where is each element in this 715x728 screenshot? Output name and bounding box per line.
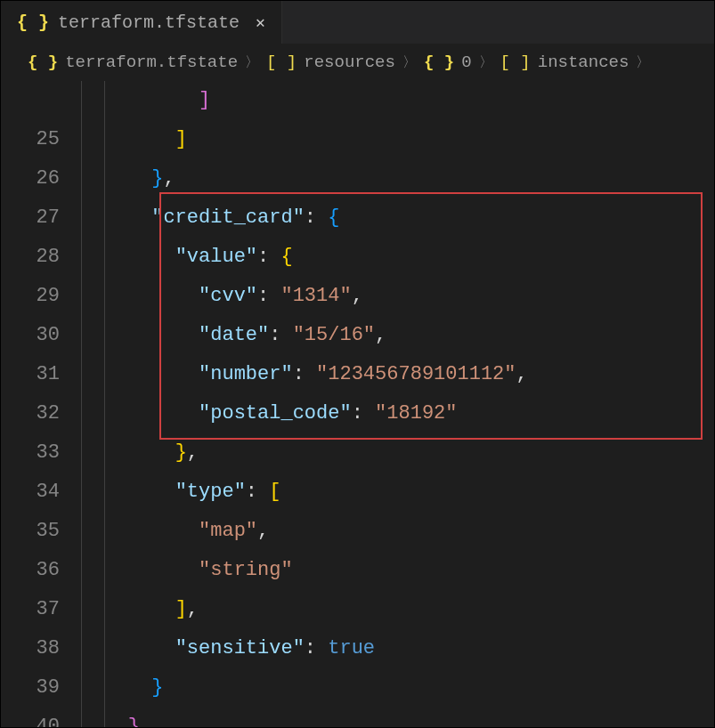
- line-number: [1, 81, 60, 120]
- tab-label: terraform.tfstate: [58, 12, 240, 33]
- code-line: ]: [81, 120, 714, 159]
- line-number: 36: [1, 551, 60, 590]
- chevron-right-icon: 〉: [245, 53, 259, 72]
- breadcrumb-part[interactable]: 0: [461, 53, 471, 72]
- line-number: 34: [1, 473, 60, 512]
- json-icon: { }: [17, 12, 49, 33]
- tab-bar: { } terraform.tfstate ✕: [1, 1, 714, 44]
- breadcrumb-part[interactable]: instances: [538, 53, 630, 72]
- chevron-right-icon: 〉: [479, 53, 493, 72]
- code-line: "type": [: [81, 473, 714, 512]
- code-line: },: [81, 159, 714, 198]
- array-icon: [ ]: [266, 53, 297, 72]
- line-number: 27: [1, 198, 60, 238]
- code-line: ]: [81, 81, 714, 120]
- code-line: "map",: [81, 512, 714, 551]
- line-number: 26: [1, 159, 60, 198]
- line-number: 38: [1, 629, 60, 668]
- line-number: 31: [1, 355, 60, 394]
- line-number: 30: [1, 316, 60, 355]
- code-line: "number": "123456789101112",: [81, 355, 714, 394]
- line-number: 29: [1, 277, 60, 316]
- breadcrumb-part[interactable]: resources: [304, 53, 395, 72]
- code-line: "date": "15/16",: [81, 316, 714, 355]
- code-line: ],: [81, 590, 714, 629]
- code-line: "value": {: [81, 238, 714, 277]
- code-line: "postal_code": "18192": [81, 394, 714, 433]
- breadcrumb: { } terraform.tfstate 〉 [ ] resources 〉 …: [1, 44, 714, 81]
- close-icon[interactable]: ✕: [256, 12, 265, 32]
- json-icon: { }: [424, 53, 454, 72]
- breadcrumb-file[interactable]: terraform.tfstate: [65, 53, 238, 72]
- line-number: 25: [1, 120, 60, 159]
- line-number: 28: [1, 238, 60, 277]
- code-content[interactable]: ] ] }, "credit_card": { "value": { "cvv"…: [81, 81, 714, 728]
- line-number: 35: [1, 512, 60, 551]
- chevron-right-icon: 〉: [636, 53, 650, 72]
- line-number: 39: [1, 668, 60, 708]
- code-line: },: [81, 708, 714, 728]
- code-line: "credit_card": {: [81, 198, 714, 238]
- tab-active[interactable]: { } terraform.tfstate ✕: [1, 1, 282, 44]
- line-number: 33: [1, 433, 60, 473]
- code-editor[interactable]: 25 26 27 28 29 30 31 32 33 34 35 36 37 3…: [1, 81, 714, 728]
- line-number: 37: [1, 590, 60, 629]
- code-line: "string": [81, 551, 714, 590]
- chevron-right-icon: 〉: [402, 53, 417, 72]
- code-line: }: [81, 668, 714, 708]
- line-number: 40: [1, 708, 60, 728]
- code-line: },: [81, 433, 714, 473]
- code-line: "sensitive": true: [81, 629, 714, 668]
- line-number: 32: [1, 394, 60, 433]
- array-icon: [ ]: [500, 53, 531, 72]
- line-numbers: 25 26 27 28 29 30 31 32 33 34 35 36 37 3…: [1, 81, 81, 728]
- code-line: "cvv": "1314",: [81, 277, 714, 316]
- json-icon: { }: [28, 53, 58, 72]
